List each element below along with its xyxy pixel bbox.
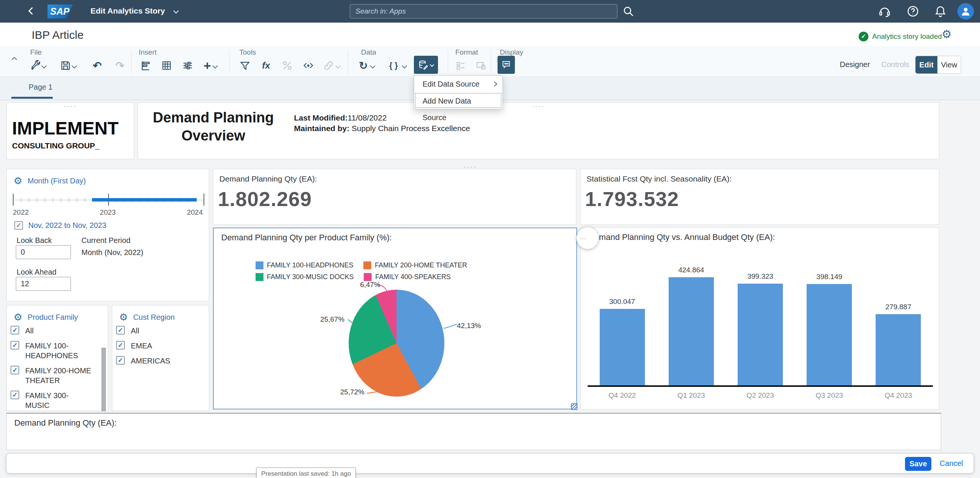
grip-icon[interactable]: ····	[530, 104, 547, 108]
bottom-text: Demand Planning Qty (EA):	[14, 418, 116, 428]
checkbox[interactable]: ✓	[11, 391, 19, 399]
kpi-statistical-fcst-widget[interactable]: Statistical Fcst Qty incl. Seasonality (…	[580, 169, 939, 225]
scale-tool-icon[interactable]	[279, 57, 296, 74]
format-device-preview-icon[interactable]	[473, 57, 489, 74]
implement-logo-subtext: CONSULTING GROUP_	[12, 141, 100, 150]
filter-option[interactable]: ✓FAMILY 100-HEADPHONES	[11, 341, 98, 360]
dashboard-title: Demand Planning Overview	[151, 109, 275, 145]
legend-item[interactable]: FAMILY 400-SPEAKERS	[364, 273, 450, 281]
menu-item-add-new-data-source[interactable]: Add New Data Source	[414, 92, 503, 109]
kpi-label: Demand Planning Qty (EA):	[220, 175, 317, 183]
legend-item[interactable]: FAMILY 100-HEADPHONES	[256, 261, 353, 269]
bar[interactable]	[738, 284, 783, 385]
view-toggle[interactable]: View	[937, 56, 961, 73]
data-source-button[interactable]	[414, 56, 438, 74]
menu-item-edit-data-source[interactable]: Edit Data Source	[414, 76, 503, 92]
checkbox[interactable]: ✓	[116, 326, 125, 335]
redo-icon[interactable]: ↷	[111, 57, 128, 74]
insert-table-icon[interactable]	[158, 57, 175, 74]
braces-chevron-icon[interactable]	[402, 63, 407, 68]
tab-page-1[interactable]: Page 1	[29, 83, 52, 92]
cust-region-filter-widget[interactable]: ⚙ Cust Region ✓All✓EMEA✓AMERICAS	[112, 305, 209, 411]
cancel-button[interactable]: Cancel	[940, 459, 963, 468]
calculations-braces-icon[interactable]: { }	[385, 57, 402, 74]
filter-option[interactable]: ✓EMEA	[116, 341, 199, 351]
save-button[interactable]: Save	[905, 457, 931, 471]
month-range-slider[interactable]	[13, 193, 204, 208]
bar[interactable]	[807, 284, 852, 385]
checkbox[interactable]: ✓	[11, 366, 19, 375]
kpi-demand-planning-widget[interactable]: Demand Planning Qty (EA): 1.802.269	[213, 169, 576, 225]
filter-option[interactable]: ✓All	[116, 326, 199, 336]
legend-label: FAMILY 200-HOME THEATER	[375, 261, 467, 269]
checkbox[interactable]: ✓	[116, 341, 125, 349]
header-text-widget[interactable]: Demand Planning Overview Last Modified:1…	[138, 102, 939, 159]
comment-mode-button[interactable]	[498, 56, 515, 74]
insert-chart-icon[interactable]	[137, 57, 154, 74]
bar[interactable]	[669, 277, 714, 385]
month-filter-widget[interactable]: ⚙ Month (First Day) 2022 2023 2024 ✓ Nov…	[6, 169, 209, 301]
bar-group[interactable]: 399.323Q2 2023	[725, 251, 795, 402]
insert-input-control-icon[interactable]	[180, 57, 196, 74]
edit-toggle[interactable]: Edit	[916, 56, 937, 73]
checkbox[interactable]: ✓	[11, 326, 19, 335]
notifications-bell-icon[interactable]	[934, 5, 947, 18]
story-settings-gear-icon[interactable]: ⚙	[942, 29, 952, 40]
cust-region-options: ✓All✓EMEA✓AMERICAS	[116, 326, 199, 411]
search-input[interactable]	[350, 4, 617, 19]
input-control-gear-icon[interactable]: ⚙	[119, 312, 128, 322]
filter-option[interactable]: ✓FAMILY 200-HOME THEATER	[11, 366, 98, 385]
bar-group[interactable]: 398.149Q3 2023	[795, 251, 864, 402]
product-family-filter-widget[interactable]: ⚙ Product Family ✓All✓FAMILY 100-HEADPHO…	[6, 305, 108, 411]
bar-group[interactable]: 300.047Q4 2022	[588, 251, 657, 402]
pie-chart-widget[interactable]: Demand Planning Qty per Product Family (…	[213, 227, 577, 410]
bar-group[interactable]: 424.864Q1 2023	[657, 251, 725, 402]
controls-button[interactable]: Controls	[881, 60, 909, 69]
bar-group[interactable]: 279.887Q4 2023	[864, 251, 933, 402]
filter-option[interactable]: ✓All	[11, 326, 98, 336]
filter-funnel-icon[interactable]	[237, 57, 253, 74]
legend-item[interactable]: FAMILY 200-HOME THEATER	[363, 261, 467, 269]
pie[interactable]	[348, 290, 444, 397]
widget-more-options-bubble[interactable]: ∙∙∙	[576, 227, 599, 249]
filter-option[interactable]: ✓AMERICAS	[116, 356, 199, 366]
logo-widget[interactable]: IMPLEMENT CONSULTING GROUP_	[6, 102, 134, 159]
last-modified-label: Last Modified:	[294, 113, 347, 122]
formula-fx-icon[interactable]: fx	[258, 57, 274, 74]
filter-option[interactable]: ✓FAMILY 300-MUSIC	[11, 391, 98, 410]
refresh-icon[interactable]: ↻	[355, 57, 372, 74]
bar-chart-widget[interactable]: Demand Planning Qty vs. Annual Budget Qt…	[581, 227, 939, 410]
grip-icon[interactable]: ····	[62, 104, 78, 108]
hyperlink-icon[interactable]	[320, 57, 337, 74]
app-title-chevron-down-icon[interactable]	[173, 8, 179, 14]
input-control-gear-icon[interactable]: ⚙	[14, 312, 22, 322]
collapse-toolbar-button[interactable]	[6, 51, 22, 68]
back-button[interactable]	[27, 6, 38, 17]
resize-handle[interactable]	[571, 403, 578, 410]
help-icon[interactable]	[907, 5, 919, 18]
search-icon[interactable]	[622, 5, 635, 18]
checkbox[interactable]: ✓	[14, 221, 23, 230]
kpi-label: Statistical Fcst Qty incl. Seasonality (…	[587, 175, 732, 183]
legend-item[interactable]: FAMILY 300-MUSIC DOCKS	[256, 273, 353, 281]
checkbox[interactable]: ✓	[11, 341, 19, 349]
grip-icon[interactable]: ····	[462, 165, 478, 168]
linked-analysis-icon[interactable]	[300, 57, 317, 74]
month-slider-selection[interactable]	[92, 198, 197, 202]
cust-region-title: Cust Region	[133, 313, 175, 322]
checkbox[interactable]: ✓	[116, 356, 125, 365]
look-ahead-input[interactable]	[16, 277, 71, 291]
designer-button[interactable]: Designer	[840, 60, 870, 69]
bar[interactable]	[600, 309, 645, 385]
user-avatar[interactable]	[958, 3, 974, 20]
bar[interactable]	[876, 314, 921, 385]
look-back-input[interactable]	[16, 245, 71, 259]
support-headset-icon[interactable]	[878, 5, 891, 18]
bottom-text-widget[interactable]: Demand Planning Qty (EA):	[6, 413, 941, 450]
sap-logo[interactable]: SAP	[48, 5, 73, 19]
format-styling-icon[interactable]	[452, 57, 469, 74]
input-control-gear-icon[interactable]: ⚙	[14, 176, 22, 186]
scrollbar-thumb[interactable]	[102, 348, 106, 411]
undo-icon[interactable]: ↶	[89, 57, 105, 74]
app-title[interactable]: Edit Analytics Story	[91, 6, 165, 16]
